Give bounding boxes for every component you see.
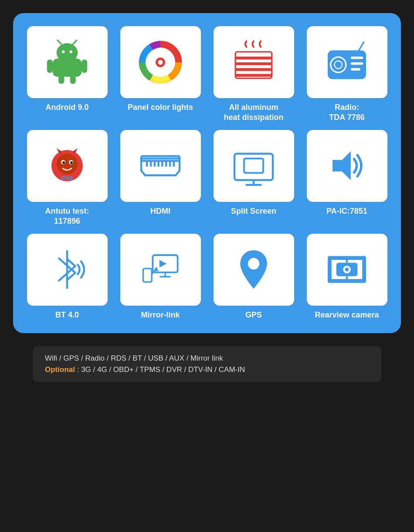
feature-heat: All aluminumheat dissipation <box>210 26 297 123</box>
svg-rect-39 <box>161 161 163 167</box>
feature-bt: BT 4.0 <box>24 234 110 320</box>
svg-point-2 <box>62 50 65 53</box>
hdmi-label: HDMI <box>150 206 170 216</box>
panel-color-label: Panel color lights <box>128 102 193 113</box>
feature-gps: GPS <box>210 234 297 320</box>
svg-rect-15 <box>235 62 272 65</box>
feature-panel-color: Panel color lights <box>117 26 204 123</box>
radio-label: Radio:TDA 7786 <box>329 102 364 123</box>
heat-label: All aluminumheat dissipation <box>224 102 283 123</box>
svg-rect-38 <box>157 161 159 167</box>
split-icon-box <box>214 130 294 202</box>
svg-rect-21 <box>351 56 363 59</box>
svg-rect-60 <box>362 256 366 283</box>
svg-rect-59 <box>328 256 332 283</box>
svg-point-31 <box>62 161 65 164</box>
android-icon-box <box>27 26 108 98</box>
svg-rect-40 <box>165 161 167 167</box>
svg-rect-36 <box>150 161 152 167</box>
mirror-label: Mirror-link <box>141 310 180 320</box>
svg-rect-44 <box>244 159 263 173</box>
svg-line-5 <box>73 40 77 44</box>
info-line1: Wifi / GPS / Radio / RDS / BT / USB / AU… <box>45 354 369 363</box>
android-label: Android 9.0 <box>45 102 88 113</box>
svg-rect-42 <box>173 161 175 167</box>
svg-rect-35 <box>146 161 148 167</box>
info-bar: Wifi / GPS / Radio / RDS / BT / USB / AU… <box>33 346 381 382</box>
feature-radio: Radio:TDA 7786 <box>304 26 390 123</box>
pa-icon-box <box>307 130 387 202</box>
svg-text:PX6: PX6 <box>61 175 73 182</box>
svg-rect-16 <box>235 68 272 71</box>
panel-color-icon-box <box>120 26 201 98</box>
optional-rest: : 3G / 4G / OBD+ / TPMS / DVR / DTV-IN /… <box>77 365 245 374</box>
rearview-label: Rearview camera <box>315 310 379 320</box>
svg-rect-8 <box>58 75 64 84</box>
main-card: Android 9.0 Pa <box>13 13 401 333</box>
info-line2: Optional : 3G / 4G / OBD+ / TPMS / DVR /… <box>45 365 369 374</box>
svg-marker-55 <box>154 266 159 271</box>
svg-rect-9 <box>70 75 76 84</box>
bt-label: BT 4.0 <box>55 310 79 320</box>
bt-icon-box <box>27 234 108 306</box>
svg-point-63 <box>345 268 349 272</box>
feature-split: Split Screen <box>210 130 297 227</box>
feature-android: Android 9.0 <box>24 26 110 123</box>
svg-rect-6 <box>47 59 53 73</box>
svg-rect-23 <box>351 68 360 71</box>
svg-rect-14 <box>235 56 272 59</box>
pa-label: PA-IC:7851 <box>326 206 367 216</box>
gps-label: GPS <box>245 310 262 320</box>
feature-pa: PA-IC:7851 <box>304 130 390 227</box>
svg-line-4 <box>58 40 61 44</box>
feature-rearview: Rearview camera <box>304 234 390 320</box>
hdmi-icon-box <box>120 130 201 202</box>
feature-mirror: Mirror-link <box>117 234 204 320</box>
feature-hdmi: HDMI <box>117 130 204 227</box>
feature-antutu: PX6 Antutu test:117896 <box>24 130 110 227</box>
svg-rect-41 <box>169 161 171 167</box>
svg-point-1 <box>57 43 78 62</box>
svg-rect-53 <box>143 269 152 282</box>
rearview-icon-box <box>307 234 387 306</box>
svg-point-3 <box>70 50 73 53</box>
mirror-icon-box <box>120 234 201 306</box>
svg-rect-37 <box>154 161 156 167</box>
features-grid: Android 9.0 Pa <box>24 26 390 320</box>
svg-point-56 <box>248 258 259 269</box>
svg-rect-22 <box>351 62 363 65</box>
svg-marker-47 <box>333 151 351 180</box>
svg-rect-58 <box>328 279 366 283</box>
svg-rect-17 <box>235 74 272 77</box>
heat-icon-box <box>214 26 294 98</box>
split-label: Split Screen <box>231 206 276 216</box>
optional-label: Optional <box>45 365 75 374</box>
svg-rect-7 <box>81 59 87 73</box>
radio-icon-box <box>307 26 387 98</box>
svg-point-12 <box>158 60 163 65</box>
svg-point-32 <box>70 161 73 164</box>
svg-marker-50 <box>159 260 167 268</box>
antutu-label: Antutu test:117896 <box>45 206 89 227</box>
antutu-icon-box: PX6 <box>27 130 108 202</box>
gps-icon-box <box>214 234 294 306</box>
svg-line-24 <box>359 42 364 50</box>
svg-point-28 <box>57 153 78 174</box>
